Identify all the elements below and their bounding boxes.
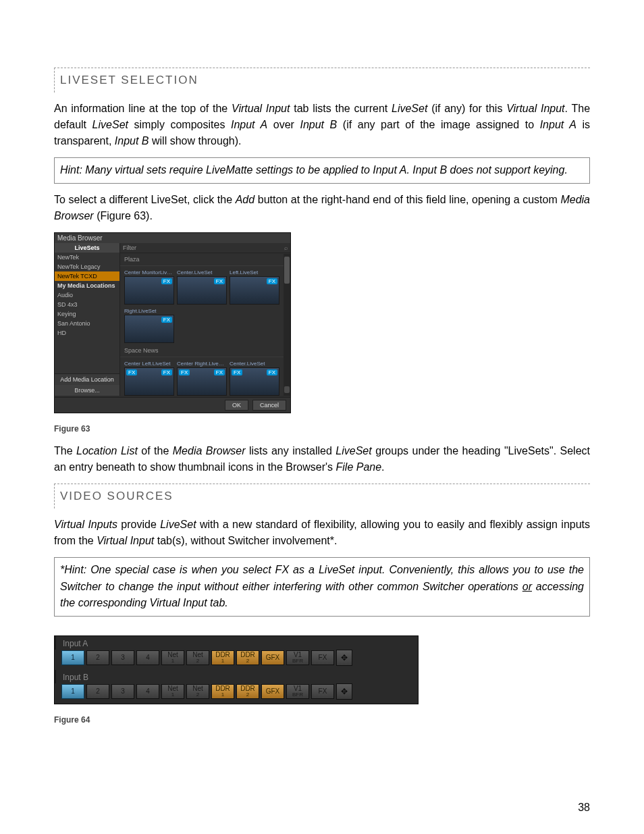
input-b-3[interactable]: 3 <box>111 684 134 699</box>
page-number: 38 <box>578 802 590 814</box>
input-a-4[interactable]: 4 <box>136 650 159 665</box>
sidebar-item-keying[interactable]: Keying <box>55 309 119 319</box>
filter-label: Filter <box>123 244 136 251</box>
sidebar-item-newtek-tcxd[interactable]: NewTek TCXD <box>55 271 119 281</box>
sidebar-item-newtek-legacy[interactable]: NewTek Legacy <box>55 262 119 271</box>
location-list: LiveSets NewTek NewTek Legacy NewTek TCX… <box>55 243 120 396</box>
thumb-left[interactable]: Left.LiveSetFX <box>230 269 278 305</box>
fx-badge: FX <box>232 369 242 375</box>
input-a-2[interactable]: 2 <box>86 650 109 665</box>
input-a-3[interactable]: 3 <box>111 650 134 665</box>
move-icon[interactable]: ✥ <box>336 650 352 666</box>
search-icon[interactable]: ⌕ <box>284 244 288 251</box>
input-a-1[interactable]: 1 <box>61 650 84 665</box>
input-a-ddr1[interactable]: DDR1 <box>211 650 234 665</box>
cancel-button[interactable]: Cancel <box>252 400 286 411</box>
input-a-ddr2[interactable]: DDR2 <box>236 650 259 665</box>
input-a-label: Input A <box>55 636 418 650</box>
input-b-ddr2[interactable]: DDR2 <box>236 684 259 699</box>
thumb-right[interactable]: Right.LiveSetFX <box>124 307 173 343</box>
liveset-hint: Hint: Many virtual sets require LiveMatt… <box>54 157 590 184</box>
input-a-fx[interactable]: FX <box>311 650 334 665</box>
fx-badge: FX <box>267 278 277 284</box>
media-browser-dialog: Media Browser LiveSets NewTek NewTek Leg… <box>54 232 291 413</box>
sidebar-item-san-antonio[interactable]: San Antonio <box>55 319 119 328</box>
group-livesets: LiveSets <box>55 243 119 253</box>
section-heading-video: VIDEO SOURCES <box>54 484 590 509</box>
input-panel: Input A 1 2 3 4 Net1 Net2 DDR1 DDR2 GFX … <box>54 635 419 704</box>
input-b-1[interactable]: 1 <box>61 684 84 699</box>
input-a-v1bfr[interactable]: V1BFR <box>286 650 309 665</box>
fx-badge: FX <box>161 369 172 375</box>
file-pane: Filter ⌕ Plaza Center MonitorLiveSetFX C… <box>120 243 290 396</box>
input-b-gfx[interactable]: GFX <box>261 684 284 699</box>
input-b-row: 1 2 3 4 Net1 Net2 DDR1 DDR2 GFX V1BFR FX… <box>55 683 418 704</box>
input-a-gfx[interactable]: GFX <box>261 650 284 665</box>
fx-badge: FX <box>214 369 225 375</box>
sidebar-item-sd4x3[interactable]: SD 4x3 <box>55 300 119 309</box>
group-space-news: Space News <box>120 344 290 357</box>
add-media-location: Add Media Location <box>55 373 119 385</box>
liveset-paragraph-3: The Location List of the Media Browser l… <box>54 443 590 475</box>
thumb-sn-center-left[interactable]: Center Left.LiveSetFXFX <box>124 360 173 396</box>
section-heading-liveset: LIVESET SELECTION <box>54 68 590 93</box>
input-b-4[interactable]: 4 <box>136 684 159 699</box>
sidebar-item-hd[interactable]: HD <box>55 328 119 338</box>
fx-badge: FX <box>214 278 225 284</box>
group-plaza: Plaza <box>120 253 290 266</box>
browse-button[interactable]: Browse... <box>55 385 119 396</box>
group-my-media: My Media Locations <box>55 281 119 290</box>
input-b-fx[interactable]: FX <box>311 684 334 699</box>
thumb-sn-center[interactable]: Center.LiveSetFXFX <box>230 360 278 396</box>
thumb-center-monitor[interactable]: Center MonitorLiveSetFX <box>124 269 173 305</box>
figure-63-caption: Figure 63 <box>54 424 590 434</box>
thumb-center[interactable]: Center.LiveSetFX <box>177 269 225 305</box>
scrollbar[interactable] <box>284 254 290 396</box>
sidebar-item-audio[interactable]: Audio <box>55 290 119 300</box>
thumb-sn-center-right[interactable]: Center Right.LiveSetFXFX <box>177 360 225 396</box>
input-a-net2[interactable]: Net2 <box>186 650 209 665</box>
figure-64-caption: Figure 64 <box>54 715 590 725</box>
media-browser-title: Media Browser <box>55 233 290 243</box>
sidebar-item-newtek[interactable]: NewTek <box>55 253 119 262</box>
fx-badge: FX <box>179 369 190 375</box>
input-b-v1bfr[interactable]: V1BFR <box>286 684 309 699</box>
input-b-ddr1[interactable]: DDR1 <box>211 684 234 699</box>
input-b-label: Input B <box>55 670 418 683</box>
input-b-2[interactable]: 2 <box>86 684 109 699</box>
video-paragraph-1: Virtual Inputs provide LiveSet with a ne… <box>54 517 590 549</box>
fx-badge: FX <box>126 369 137 375</box>
input-b-net1[interactable]: Net1 <box>161 684 184 699</box>
liveset-paragraph-1: An information line at the top of the Vi… <box>54 101 590 149</box>
fx-badge: FX <box>161 278 172 284</box>
ok-button[interactable]: OK <box>225 400 248 411</box>
fx-badge: FX <box>267 369 277 375</box>
fx-badge: FX <box>161 317 172 323</box>
liveset-paragraph-2: To select a different LiveSet, click the… <box>54 192 590 224</box>
video-hint: *Hint: One special case is when you sele… <box>54 557 590 617</box>
move-icon[interactable]: ✥ <box>336 683 352 700</box>
input-b-net2[interactable]: Net2 <box>186 684 209 699</box>
input-a-net1[interactable]: Net1 <box>161 650 184 665</box>
input-a-row: 1 2 3 4 Net1 Net2 DDR1 DDR2 GFX V1BFR FX… <box>55 650 418 670</box>
